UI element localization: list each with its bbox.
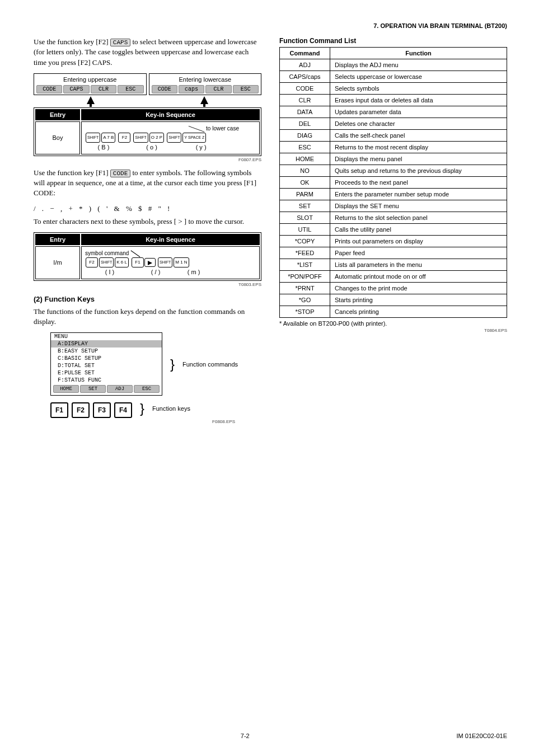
- key: K 6 L: [115, 257, 129, 267]
- cmd-cell: NO: [280, 165, 330, 177]
- key: SHIFT: [86, 133, 100, 143]
- function-commands-label: Function commands: [182, 361, 238, 368]
- letter-label: ( I ): [85, 269, 134, 275]
- key: A 7 B: [101, 133, 115, 143]
- func-cell: Returns to the slot selection panel: [330, 212, 507, 224]
- symbol-list: / . − , + * ) ( ' & % $ # " !: [34, 204, 261, 213]
- key: O 2 P: [149, 133, 164, 143]
- subsection-heading: (2) Function Keys: [34, 295, 261, 303]
- table-row: DATAUpdates parameter data: [280, 106, 507, 118]
- letter-label: ( B ): [85, 144, 122, 151]
- table-row: *FEEDPaper feed: [280, 247, 507, 259]
- page-footer: 7-2 IM 01E20C02-01E: [0, 732, 534, 739]
- key: F2: [86, 257, 98, 267]
- fkey: F2: [72, 402, 90, 418]
- table-row: HOMEDisplays the menu panel: [280, 153, 507, 165]
- cmd-cell: CODE: [280, 83, 330, 95]
- th-command: Command: [280, 48, 330, 59]
- panel-line: D:TOTAL SET: [51, 362, 162, 369]
- cmd-cell: UTIL: [280, 224, 330, 236]
- annotation: symbol command: [85, 250, 129, 256]
- letter-label: ( o ): [124, 144, 180, 151]
- key: SHIFT: [99, 257, 114, 267]
- toolbar-btn: caps: [179, 85, 204, 93]
- entry-table-2: Entry Key-in Sequence I/m symbol command…: [34, 232, 261, 281]
- sequence-cell: symbol command F2SHIFTK 6 L F1 SHIFTM 1 …: [81, 246, 260, 279]
- entry-cell: I/m: [35, 246, 80, 279]
- cmd-cell: *STOP: [280, 306, 330, 318]
- th-sequence: Key-in Sequence: [81, 234, 260, 245]
- table-row: DIAGCalls the self-check panel: [280, 130, 507, 142]
- func-cell: Enters the parameter number setup mode: [330, 189, 507, 200]
- table-row: CAPS/capsSelects uppercase or lowercase: [280, 71, 507, 83]
- cmd-cell: CAPS/caps: [280, 71, 330, 83]
- label: Entering uppercase: [34, 76, 146, 83]
- panel-line-highlighted: A:DISPLAY: [51, 340, 162, 348]
- command-list-title: Function Command List: [279, 37, 507, 45]
- cmd-cell: DIAG: [280, 130, 330, 142]
- func-cell: Calls the utility panel: [330, 224, 507, 236]
- table-row: ESCReturns to the most recent display: [280, 142, 507, 153]
- func-cell: Changes to the print mode: [330, 283, 507, 294]
- func-cell: Prints out parameters on display: [330, 236, 507, 247]
- label: Entering lowercase: [149, 76, 261, 83]
- table-row: SETDisplays the SET menu: [280, 200, 507, 212]
- panel-line: MENU: [51, 333, 162, 340]
- brace-icon: }: [170, 356, 175, 372]
- right-column: Function Command List Command Function A…: [279, 37, 507, 430]
- letter-label: ( m ): [177, 269, 210, 275]
- func-cell: Selects uppercase or lowercase: [330, 71, 507, 83]
- annotation: to lower case: [206, 125, 239, 132]
- paragraph-fkeys: The functions of the function keys depen…: [34, 307, 261, 327]
- fkey: F3: [93, 402, 111, 418]
- panel-btn: ADJ: [107, 385, 133, 393]
- cmd-cell: *PRNT: [280, 283, 330, 294]
- fkey: F4: [114, 402, 132, 418]
- panel-line: C:BASIC SETUP: [51, 355, 162, 362]
- up-arrow-icon: [87, 96, 95, 104]
- toolbar-btn: CODE: [152, 85, 177, 93]
- func-cell: Displays the menu panel: [330, 153, 507, 165]
- cmd-cell: ADJ: [280, 59, 330, 71]
- func-cell: Deletes one character: [330, 118, 507, 130]
- func-cell: Calls the self-check panel: [330, 130, 507, 142]
- table-row: DELDeletes one character: [280, 118, 507, 130]
- brace-icon: }: [140, 401, 144, 416]
- entry-table: Entry Key-in Sequence Boy to lower case …: [34, 107, 261, 156]
- table-row: *LISTLists all parameters in the menu: [280, 259, 507, 271]
- table-row: *GOStarts printing: [280, 294, 507, 306]
- cmd-cell: *FEED: [280, 247, 330, 259]
- text: Use the function key [F1]: [34, 168, 110, 177]
- th-entry: Entry: [35, 234, 80, 245]
- panel-btn: ESC: [134, 385, 160, 393]
- paragraph-caps: Use the function key [F2] CAPS to select…: [34, 37, 261, 68]
- cmd-cell: ESC: [280, 142, 330, 153]
- panel-btn: HOME: [53, 385, 79, 393]
- content-columns: Use the function key [F2] CAPS to select…: [34, 37, 507, 430]
- cmd-cell: DEL: [280, 118, 330, 130]
- table-footnote: * Available on BT200-P00 (with printer).: [279, 320, 507, 327]
- fkey: F1: [50, 402, 68, 418]
- func-cell: Updates parameter data: [330, 106, 507, 118]
- key: SHIFT: [167, 133, 181, 143]
- cmd-cell: *COPY: [280, 236, 330, 247]
- figure-uppercase-lowercase: Entering uppercase CODE CAPS CLR ESC Ent…: [34, 73, 261, 156]
- command-table: Command Function ADJDisplays the ADJ men…: [279, 47, 507, 318]
- figure-label: T0804.EPS: [279, 328, 507, 333]
- key: Y SPACE Z: [182, 133, 206, 143]
- th-sequence: Key-in Sequence: [81, 109, 260, 120]
- th-entry: Entry: [35, 109, 80, 120]
- func-cell: Lists all parameters in the menu: [330, 259, 507, 271]
- left-column: Use the function key [F2] CAPS to select…: [34, 37, 261, 430]
- key: SHIFT: [133, 133, 148, 143]
- display-panel: MENU A:DISPLAY B:EASY SETUP C:BASIC SETU…: [50, 332, 162, 396]
- letter-label: ( / ): [136, 269, 175, 275]
- panel-line: F:STATUS FUNC: [51, 377, 162, 384]
- text: Use the function key [F2]: [34, 37, 110, 46]
- cmd-cell: *GO: [280, 294, 330, 306]
- func-cell: Returns to the most recent display: [330, 142, 507, 153]
- toolbar-btn: CODE: [36, 85, 62, 93]
- table-row: *COPYPrints out parameters on display: [280, 236, 507, 247]
- panel-btn: SET: [80, 385, 106, 393]
- table-row: *PRNTChanges to the print mode: [280, 283, 507, 294]
